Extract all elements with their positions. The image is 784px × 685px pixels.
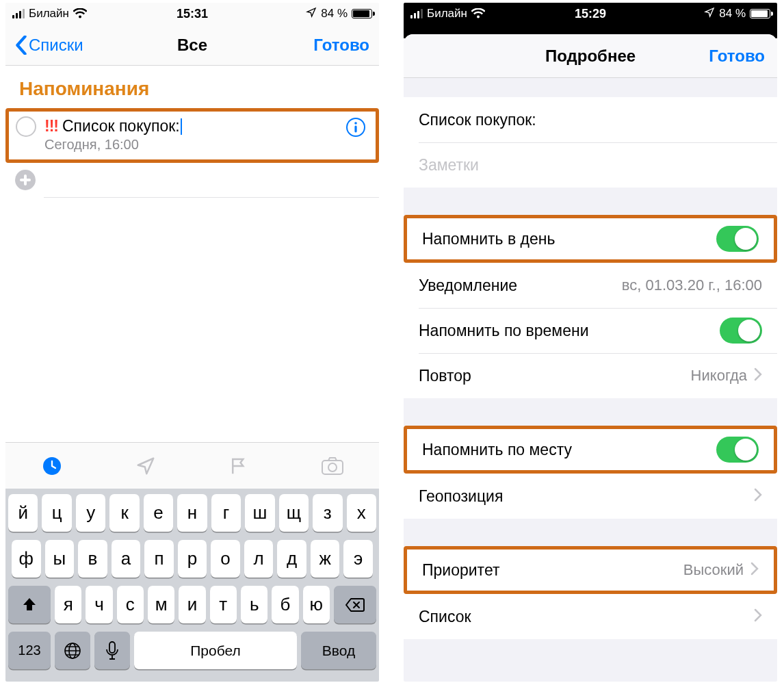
chevron-right-icon	[754, 367, 762, 385]
priority-indicator: !!!	[44, 117, 58, 135]
reminder-details-screen: Билайн 15:29 84 % Подробнее Готово Списо…	[404, 3, 777, 682]
list-row[interactable]: Список	[404, 594, 777, 639]
navigation-bar: Списки Все Готово	[5, 25, 379, 66]
key-ю[interactable]: ю	[303, 586, 330, 623]
key-ж[interactable]: ж	[311, 540, 340, 578]
keyboard-accessory-bar	[5, 442, 379, 489]
repeat-row[interactable]: Повтор Никогда	[404, 353, 777, 398]
highlight-remind-day: Напомнить в день	[404, 215, 777, 263]
key-л[interactable]: л	[244, 540, 274, 578]
battery-icon	[352, 9, 372, 18]
list-label: Список	[419, 608, 471, 626]
chevron-right-icon	[750, 561, 759, 580]
remind-day-toggle[interactable]	[716, 226, 759, 252]
svg-rect-8	[109, 642, 115, 653]
remind-time-toggle[interactable]	[720, 318, 762, 344]
key-к[interactable]: к	[109, 494, 139, 532]
key-у[interactable]: у	[76, 494, 105, 532]
key-ш[interactable]: ш	[245, 494, 274, 532]
done-button[interactable]: Готово	[709, 47, 765, 66]
key-п[interactable]: п	[144, 540, 174, 578]
reminder-checkbox[interactable]	[16, 116, 36, 137]
highlight-remind-place: Напомнить по месту	[404, 426, 777, 474]
key-з[interactable]: з	[313, 494, 342, 532]
key-о[interactable]: о	[211, 540, 240, 578]
title-field[interactable]: Список покупок:	[404, 97, 777, 142]
priority-value: Высокий	[683, 561, 744, 579]
key-г[interactable]: г	[211, 494, 241, 532]
battery-percent: 84 %	[321, 7, 348, 21]
accessory-location-button[interactable]	[132, 452, 159, 480]
title-notes-group: Список покупок: Заметки	[404, 97, 777, 188]
key-ы[interactable]: ы	[45, 540, 75, 578]
remind-at-location-row[interactable]: Напомнить по месту	[407, 429, 774, 470]
remind-place-toggle[interactable]	[716, 437, 759, 463]
wifi-icon	[471, 8, 485, 19]
repeat-label: Повтор	[419, 367, 471, 385]
text-cursor	[181, 118, 182, 135]
keyboard-row-1: йцукенгшщзх	[8, 494, 376, 532]
highlight-reminder-row: !!! Список покупок: Сегодня, 16:00	[5, 108, 379, 163]
key-д[interactable]: д	[277, 540, 306, 578]
reminder-title-input[interactable]: Список покупок:	[62, 117, 180, 135]
key-ч[interactable]: ч	[86, 586, 112, 623]
key-х[interactable]: х	[347, 494, 376, 532]
keyboard-row-bottom: 123 Пробел Ввод	[8, 632, 376, 669]
priority-label: Приоритет	[422, 561, 499, 580]
accessory-time-button[interactable]	[38, 452, 66, 480]
key-ф[interactable]: ф	[12, 540, 41, 578]
key-щ[interactable]: щ	[279, 494, 309, 532]
key-в[interactable]: в	[78, 540, 107, 578]
accessory-flag-button[interactable]	[225, 452, 252, 480]
list-section-title: Напоминания	[5, 66, 379, 108]
status-bar: Билайн 15:31 84 %	[5, 3, 379, 25]
svg-point-1	[354, 122, 357, 125]
key-с[interactable]: с	[117, 586, 144, 623]
key-ц[interactable]: ц	[42, 494, 71, 532]
key-р[interactable]: р	[178, 540, 207, 578]
key-е[interactable]: е	[144, 494, 173, 532]
accessory-camera-button[interactable]	[319, 452, 346, 480]
key-й[interactable]: й	[8, 494, 38, 532]
shift-key[interactable]	[8, 586, 51, 623]
carrier-label: Билайн	[427, 7, 467, 21]
backspace-key[interactable]	[334, 586, 376, 623]
add-reminder-row[interactable]	[5, 163, 379, 197]
key-а[interactable]: а	[112, 540, 141, 578]
remind-on-day-row[interactable]: Напомнить в день	[407, 218, 774, 259]
key-т[interactable]: т	[210, 586, 237, 623]
status-time: 15:29	[575, 7, 606, 21]
key-я[interactable]: я	[55, 586, 81, 623]
priority-row[interactable]: Приоритет Высокий	[407, 550, 774, 591]
dictation-key[interactable]	[94, 632, 130, 669]
cell-signal-icon	[12, 9, 25, 18]
notification-label: Уведомление	[419, 276, 517, 295]
location-group: Напомнить по месту Геопозиция	[404, 426, 777, 519]
remind-at-time-label: Напомнить по времени	[419, 322, 589, 340]
reminder-row[interactable]: !!! Список покупок: Сегодня, 16:00	[9, 112, 376, 159]
wifi-icon	[73, 8, 87, 19]
geoposition-label: Геопозиция	[419, 487, 503, 506]
key-э[interactable]: э	[343, 540, 373, 578]
remind-at-time-row[interactable]: Напомнить по времени	[404, 308, 777, 353]
cell-signal-icon	[410, 9, 423, 18]
space-key[interactable]: Пробел	[134, 632, 297, 669]
notification-row[interactable]: Уведомление вс, 01.03.20 г., 16:00	[404, 263, 777, 308]
key-ь[interactable]: ь	[241, 586, 267, 623]
key-б[interactable]: б	[272, 586, 298, 623]
notes-field[interactable]: Заметки	[404, 142, 777, 188]
key-и[interactable]: и	[179, 586, 205, 623]
date-time-group: Напомнить в день Уведомление вс, 01.03.2…	[404, 215, 777, 398]
keyboard-row-2: фывапролджэ	[8, 540, 376, 578]
battery-icon	[750, 9, 770, 18]
geoposition-row[interactable]: Геопозиция	[404, 474, 777, 519]
globe-key[interactable]	[55, 632, 90, 669]
key-м[interactable]: м	[148, 586, 174, 623]
return-key[interactable]: Ввод	[301, 632, 376, 669]
info-button[interactable]	[345, 117, 366, 138]
nav-title: Все	[5, 36, 379, 55]
reminders-list-screen: Билайн 15:31 84 % Списки Все Готово Напо…	[5, 3, 379, 682]
numbers-key[interactable]: 123	[8, 632, 51, 669]
key-н[interactable]: н	[177, 494, 207, 532]
carrier-label: Билайн	[29, 7, 69, 21]
